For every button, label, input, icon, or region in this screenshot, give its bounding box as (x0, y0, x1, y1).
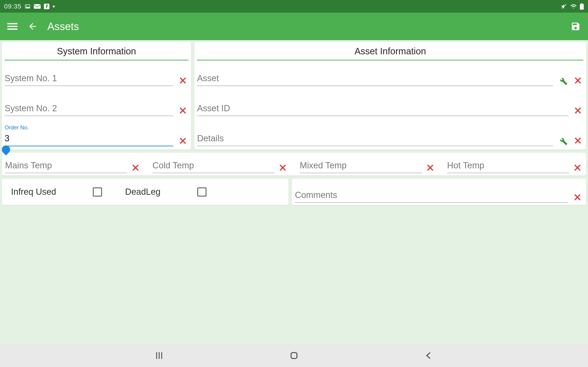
asset-row (197, 66, 583, 87)
system-information-card: System Information O (2, 42, 191, 150)
clear-hot-temp-icon[interactable] (572, 162, 583, 173)
svg-rect-36 (291, 352, 297, 359)
details-config-icon[interactable] (557, 135, 568, 146)
clear-details-icon[interactable] (572, 135, 583, 146)
system-no-1-input[interactable] (5, 72, 173, 86)
details-input[interactable] (197, 132, 553, 146)
heading-underline (5, 60, 188, 60)
system-no-1-row (5, 66, 188, 87)
cold-temp-input[interactable] (153, 159, 275, 173)
asset-information-card: Asset Information (194, 42, 586, 150)
comments-card (292, 179, 586, 205)
image-icon (25, 3, 31, 9)
svg-rect-7 (581, 3, 582, 4)
svg-rect-8 (7, 23, 17, 24)
deadleg-item: DeadLeg (125, 187, 206, 197)
nav-recent-icon[interactable] (154, 350, 164, 361)
clear-mixed-temp-icon[interactable] (425, 162, 436, 173)
page-title: Assets (47, 20, 79, 33)
asset-id-row (197, 96, 583, 117)
clear-order-no-icon[interactable] (177, 135, 188, 146)
hamburger-menu-icon[interactable] (7, 21, 18, 32)
system-no-2-row (5, 96, 188, 117)
android-status-bar: 09:35 (0, 0, 588, 13)
order-no-label: Order No. (5, 124, 29, 131)
clear-system-2-icon[interactable] (177, 105, 188, 116)
order-no-input[interactable] (5, 132, 173, 146)
svg-rect-6 (580, 4, 584, 9)
nav-home-icon[interactable] (289, 350, 299, 361)
mute-icon (561, 3, 567, 10)
temperatures-card (2, 153, 586, 175)
mail-icon (34, 4, 41, 9)
facebook-icon (44, 4, 49, 9)
svg-rect-10 (7, 28, 17, 30)
asset-id-input[interactable] (197, 102, 568, 116)
heading-underline (197, 60, 583, 60)
deadleg-checkbox[interactable] (197, 187, 207, 197)
asset-info-heading: Asset Information (197, 44, 583, 60)
details-row (197, 126, 583, 148)
infreq-used-label: Infreq Used (11, 187, 56, 197)
system-no-2-input[interactable] (5, 102, 173, 116)
status-right (561, 3, 584, 10)
back-arrow-icon[interactable] (27, 21, 38, 32)
svg-rect-9 (7, 26, 17, 27)
nav-back-icon[interactable] (424, 350, 434, 361)
app-bar: Assets (0, 13, 588, 40)
clear-cold-temp-icon[interactable] (277, 162, 288, 173)
infreq-used-item: Infreq Used (11, 187, 102, 197)
asset-config-icon[interactable] (557, 75, 568, 86)
svg-point-1 (26, 6, 27, 6)
hot-temp-input[interactable] (447, 159, 569, 173)
deadleg-label: DeadLeg (125, 187, 160, 197)
clear-asset-icon[interactable] (572, 75, 583, 86)
clear-comments-icon[interactable] (572, 192, 583, 203)
infreq-used-checkbox[interactable] (93, 187, 102, 197)
battery-icon (580, 3, 584, 10)
comments-input[interactable] (295, 188, 568, 203)
mixed-temp-field (300, 159, 436, 173)
content-area: System Information O (0, 40, 588, 207)
dot-icon (52, 5, 55, 8)
asset-input[interactable] (197, 72, 553, 86)
system-info-heading: System Information (5, 44, 188, 60)
clear-mains-temp-icon[interactable] (130, 162, 141, 173)
status-clock: 09:35 (4, 3, 21, 10)
save-icon[interactable] (570, 21, 581, 32)
clear-asset-id-icon[interactable] (572, 105, 583, 116)
clear-system-1-icon[interactable] (177, 75, 188, 86)
svg-point-4 (53, 6, 55, 7)
mains-temp-input[interactable] (5, 159, 127, 173)
cold-temp-field (153, 159, 288, 173)
status-left: 09:35 (4, 3, 55, 10)
flags-card: Infreq Used DeadLeg (2, 179, 288, 205)
mixed-temp-input[interactable] (300, 159, 422, 173)
order-no-row: Order No. (5, 126, 188, 148)
mains-temp-field (5, 159, 141, 173)
hot-temp-field (447, 159, 583, 173)
wifi-icon (570, 4, 577, 9)
android-nav-bar (0, 344, 588, 367)
svg-rect-2 (34, 4, 41, 9)
